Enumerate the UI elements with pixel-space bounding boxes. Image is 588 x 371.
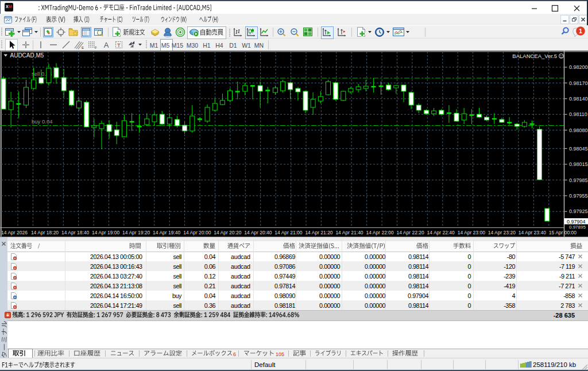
svg-text:14 Apr 19:20: 14 Apr 19:20 — [122, 230, 150, 235]
svg-text:14 Apr 22:00: 14 Apr 22:00 — [366, 230, 393, 235]
svg-text:14 Apr 20:00: 14 Apr 20:00 — [183, 230, 211, 235]
svg-text:0.98140: 0.98140 — [569, 96, 588, 102]
svg-text:14 Apr 21:00: 14 Apr 21:00 — [274, 230, 302, 235]
svg-text:14 Apr 23:00: 14 Apr 23:00 — [458, 230, 485, 235]
svg-text:14 Apr 2026: 14 Apr 2026 — [1, 230, 28, 235]
svg-text:14 Apr 20:40: 14 Apr 20:40 — [244, 230, 272, 235]
svg-text:14 Apr 18:40: 14 Apr 18:40 — [61, 230, 89, 235]
svg-text:0.97925: 0.97925 — [569, 208, 588, 214]
svg-text:F: F — [95, 46, 97, 49]
svg-text:0.98170: 0.98170 — [569, 80, 588, 86]
svg-text:0.98110: 0.98110 — [569, 111, 587, 117]
svg-text:14 Apr 21:40: 14 Apr 21:40 — [335, 230, 363, 235]
svg-text:14 Apr 23:40: 14 Apr 23:40 — [519, 230, 546, 235]
svg-text:14 Apr 19:40: 14 Apr 19:40 — [153, 230, 180, 235]
svg-text:0.97985: 0.97985 — [569, 177, 588, 183]
svg-text:E: E — [82, 46, 84, 49]
svg-text:T: T — [117, 42, 121, 48]
svg-text:BALANCEA_Ver.5: BALANCEA_Ver.5 — [512, 53, 557, 59]
svg-text:0.97904: 0.97904 — [567, 219, 586, 225]
svg-text:A: A — [104, 41, 109, 49]
svg-text:14 Apr 21:20: 14 Apr 21:20 — [305, 230, 332, 235]
svg-text:0.98200: 0.98200 — [569, 64, 588, 70]
svg-text:0.98045: 0.98045 — [569, 146, 588, 152]
svg-text:14 Apr 18:20: 14 Apr 18:20 — [31, 230, 59, 235]
svg-text:14 Apr 20:20: 14 Apr 20:20 — [214, 230, 241, 235]
svg-text:0.98015: 0.98015 — [569, 161, 588, 167]
svg-text:1: 1 — [579, 28, 582, 34]
svg-text:14 Apr 23:20: 14 Apr 23:20 — [488, 230, 516, 235]
svg-text:buy 0.04: buy 0.04 — [32, 118, 52, 125]
svg-text:14 Apr 19:00: 14 Apr 19:00 — [92, 230, 119, 235]
svg-text:0.97955: 0.97955 — [569, 193, 588, 199]
svg-text:14 Apr 22:40: 14 Apr 22:40 — [427, 230, 455, 235]
svg-text:0.98080: 0.98080 — [569, 127, 588, 133]
svg-text:0.97895: 0.97895 — [569, 225, 586, 230]
svg-text:15 Apr 00:00: 15 Apr 00:00 — [549, 230, 577, 235]
svg-text:AUDCAD,M5: AUDCAD,M5 — [10, 52, 44, 59]
svg-text:14 Apr 22:20: 14 Apr 22:20 — [396, 230, 424, 235]
